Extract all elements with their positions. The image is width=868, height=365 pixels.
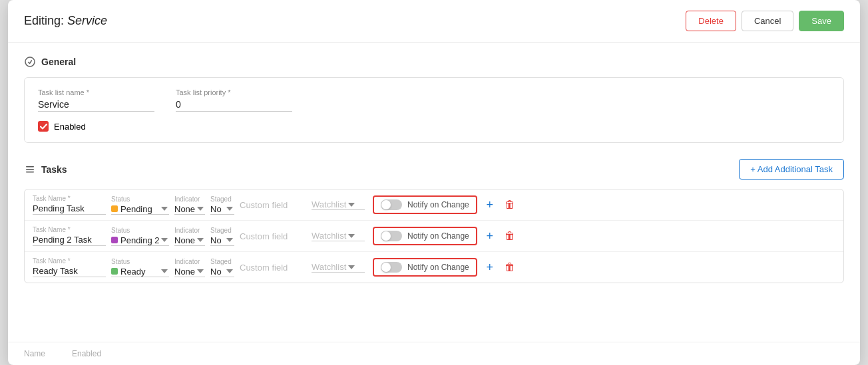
status-group-2: Status Pending Pending 2 Ready xyxy=(111,227,169,246)
status-select-wrap-3: Pending Pending 2 Ready xyxy=(111,267,169,277)
indicator-label-2: Indicator xyxy=(174,227,205,234)
indicator-select-wrap-2: None xyxy=(174,235,205,246)
watchlist-wrap-3: Watchlist xyxy=(312,262,365,273)
tasks-label: Tasks xyxy=(41,164,67,175)
task-name-label-2: Task Name * xyxy=(33,226,106,233)
notify-toggle-2[interactable] xyxy=(381,231,402,241)
status-group-1: Status Pending Pending 2 Ready xyxy=(111,195,169,215)
status-label-1: Status xyxy=(111,195,169,203)
enabled-label: Enabled xyxy=(54,122,86,132)
table-row: Task Name * Status Pending Pending 2 Rea… xyxy=(25,252,843,283)
toggle-knob-3 xyxy=(381,263,391,272)
status-select-2[interactable]: Pending Pending 2 Ready xyxy=(120,235,169,245)
indicator-select-3[interactable]: None xyxy=(174,267,205,277)
notify-toggle-wrap-2: Notify on Change xyxy=(373,227,477,245)
status-dot-1 xyxy=(111,205,118,212)
tasks-card: Task Name * Status Pending Pending 2 Rea… xyxy=(24,189,844,283)
staged-label-3: Staged xyxy=(210,258,234,265)
custom-field-2: Custom field xyxy=(240,231,306,241)
task-name-group-3: Task Name * xyxy=(33,257,106,277)
indicator-label-3: Indicator xyxy=(174,258,205,265)
status-select-wrap-1: Pending Pending 2 Ready xyxy=(111,204,169,215)
add-row-button-2[interactable]: + xyxy=(483,229,497,243)
svg-rect-2 xyxy=(26,169,34,170)
add-row-button-1[interactable]: + xyxy=(483,197,497,212)
save-button[interactable]: Save xyxy=(799,11,844,31)
staged-group-2: Staged No Yes xyxy=(210,227,234,246)
add-additional-task-button[interactable]: + Add Additional Task xyxy=(739,159,844,180)
staged-select-2[interactable]: No Yes xyxy=(210,235,234,245)
indicator-group-2: Indicator None xyxy=(174,227,205,246)
staged-group-3: Staged No Yes xyxy=(210,258,234,277)
staged-select-3[interactable]: No Yes xyxy=(210,267,234,277)
general-icon xyxy=(24,56,36,68)
tasks-header: Tasks + Add Additional Task xyxy=(24,159,844,180)
task-list-priority-input[interactable] xyxy=(176,99,292,112)
tasks-section: Tasks + Add Additional Task Task Name * … xyxy=(24,159,844,283)
staged-label-1: Staged xyxy=(210,195,234,203)
notify-toggle-1[interactable] xyxy=(381,199,402,210)
add-row-button-3[interactable]: + xyxy=(483,260,497,275)
notify-label-2: Notify on Change xyxy=(407,231,469,241)
status-select-wrap-2: Pending Pending 2 Ready xyxy=(111,235,169,246)
delete-row-button-2[interactable]: 🗑 xyxy=(503,229,517,243)
cancel-button[interactable]: Cancel xyxy=(742,11,793,31)
indicator-select-1[interactable]: None xyxy=(174,204,205,214)
footer-col2: Enabled xyxy=(72,349,101,358)
staged-select-wrap-3: No Yes xyxy=(210,267,234,277)
indicator-group-1: Indicator None xyxy=(174,195,205,215)
task-name-label-1: Task Name * xyxy=(33,195,106,202)
watchlist-select-1[interactable]: Watchlist xyxy=(312,199,356,209)
watchlist-select-2[interactable]: Watchlist xyxy=(312,231,356,241)
indicator-group-3: Indicator None xyxy=(174,258,205,277)
custom-field-1: Custom field xyxy=(240,200,306,210)
enabled-checkbox[interactable] xyxy=(38,121,49,132)
notify-toggle-wrap-3: Notify on Change xyxy=(373,258,477,277)
footer-hint: Name Enabled xyxy=(8,342,860,365)
task-name-group-1: Task Name * xyxy=(33,195,106,215)
watchlist-wrap-2: Watchlist xyxy=(312,231,365,241)
toggle-knob-2 xyxy=(381,231,391,241)
task-list-priority-group: Task list priority * xyxy=(176,88,292,112)
svg-rect-1 xyxy=(26,166,34,168)
task-list-name-group: Task list name * xyxy=(38,88,154,112)
modal-header: Editing: Service Delete Cancel Save xyxy=(8,0,860,43)
general-label: General xyxy=(41,57,76,67)
notify-label-1: Notify on Change xyxy=(407,200,469,209)
task-name-input-1[interactable] xyxy=(33,203,106,215)
indicator-select-wrap-1: None xyxy=(174,204,205,215)
general-fields-row: Task list name * Task list priority * xyxy=(38,88,830,112)
indicator-select-wrap-3: None xyxy=(174,267,205,277)
staged-group-1: Staged No Yes xyxy=(210,195,234,215)
delete-button[interactable]: Delete xyxy=(686,11,736,31)
status-label-2: Status xyxy=(111,227,169,234)
staged-select-1[interactable]: No Yes xyxy=(210,204,234,214)
tasks-icon xyxy=(24,164,36,176)
delete-row-button-3[interactable]: 🗑 xyxy=(503,260,517,275)
status-group-3: Status Pending Pending 2 Ready xyxy=(111,258,169,277)
status-label-3: Status xyxy=(111,258,169,265)
delete-row-button-1[interactable]: 🗑 xyxy=(503,197,517,212)
task-list-name-label: Task list name * xyxy=(38,88,154,96)
indicator-select-2[interactable]: None xyxy=(174,235,205,245)
notify-toggle-3[interactable] xyxy=(381,262,402,273)
status-select-3[interactable]: Pending Pending 2 Ready xyxy=(120,267,169,277)
modal-title: Editing: Service xyxy=(24,14,107,28)
task-list-name-input[interactable] xyxy=(38,99,154,112)
staged-select-wrap-2: No Yes xyxy=(210,235,234,246)
status-dot-3 xyxy=(111,268,118,275)
table-row: Task Name * Status Pending Pending 2 Rea… xyxy=(25,221,843,252)
custom-field-3: Custom field xyxy=(240,263,306,273)
notify-toggle-wrap-1: Notify on Change xyxy=(373,195,477,214)
task-name-group-2: Task Name * xyxy=(33,226,106,246)
general-card: Task list name * Task list priority * En… xyxy=(24,77,844,143)
task-name-input-3[interactable] xyxy=(33,266,106,277)
status-select-1[interactable]: Pending Pending 2 Ready xyxy=(120,204,169,214)
task-list-priority-label: Task list priority * xyxy=(176,88,292,96)
table-row: Task Name * Status Pending Pending 2 Rea… xyxy=(25,189,843,221)
task-name-input-2[interactable] xyxy=(33,235,106,246)
footer-col1: Name xyxy=(24,349,45,358)
notify-label-3: Notify on Change xyxy=(407,263,469,272)
watchlist-select-3[interactable]: Watchlist xyxy=(312,262,356,272)
edit-modal: Editing: Service Delete Cancel Save Gene… xyxy=(8,0,860,365)
